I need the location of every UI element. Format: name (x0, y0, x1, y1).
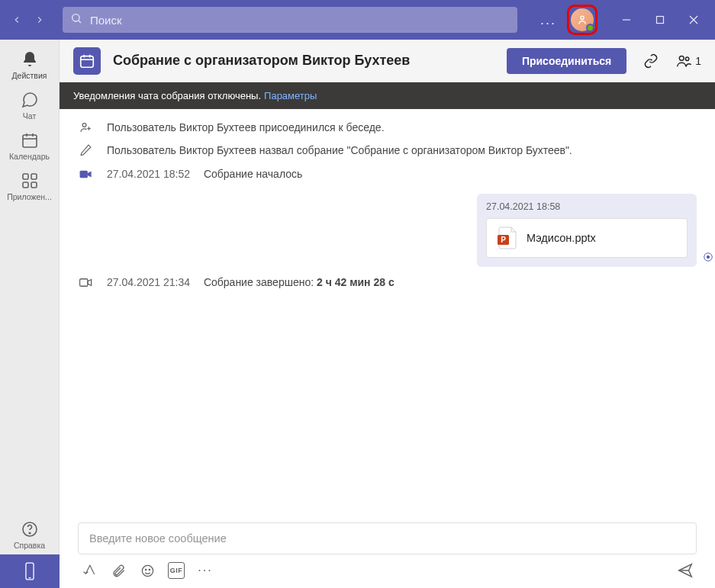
svg-point-32 (707, 255, 710, 259)
window-minimize-button[interactable] (610, 5, 643, 35)
sidebar-item-help[interactable]: Справка (0, 514, 60, 554)
sidebar-item-label: Чат (23, 111, 36, 120)
meeting-header: Собрание с организатором Виктор Бухтеев … (60, 40, 715, 82)
notification-text: Уведомления чата собрания отключены. (73, 90, 261, 101)
video-icon (78, 166, 93, 182)
powerpoint-icon: P (498, 227, 517, 249)
svg-point-25 (82, 124, 86, 127)
svg-rect-7 (23, 135, 37, 147)
message-input[interactable] (78, 522, 697, 554)
event-timestamp: 27.04.2021 21:34 (107, 276, 190, 288)
message-timestamp: 27.04.2021 18:58 (486, 201, 688, 212)
svg-rect-17 (25, 563, 33, 580)
compose-area: GIF ··· (60, 515, 715, 588)
compose-more-button[interactable]: ··· (197, 562, 214, 579)
system-event-meeting-start: 27.04.2021 18:52 Собрание началось (78, 166, 697, 182)
copy-link-button[interactable] (639, 49, 663, 73)
search-input[interactable] (63, 7, 517, 33)
sidebar-item-label: Календарь (9, 152, 50, 161)
chat-scroll-area[interactable]: Пользователь Виктор Бухтеев присоединилс… (60, 109, 715, 515)
window-maximize-button[interactable] (643, 5, 677, 35)
titlebar-more-button[interactable]: ... (536, 9, 561, 31)
sidebar-item-label: Действия (11, 71, 47, 80)
system-event-rename: Пользователь Виктор Бухтеев назвал собра… (78, 143, 697, 158)
svg-point-0 (72, 14, 79, 21)
event-duration: 2 ч 42 мин 28 с (317, 276, 395, 288)
sidebar-item-label: Справка (14, 541, 45, 550)
video-outline-icon (78, 275, 93, 290)
event-timestamp: 27.04.2021 18:52 (107, 168, 190, 180)
meeting-icon (73, 47, 101, 75)
file-attachment[interactable]: P Мэдисон.pptx (486, 218, 688, 258)
profile-avatar-highlighted[interactable] (567, 5, 597, 35)
sidebar-item-apps[interactable]: Приложен... (0, 165, 60, 206)
system-event-text: Пользователь Виктор Бухтеев присоединилс… (107, 120, 385, 135)
read-receipt-icon (703, 252, 713, 265)
emoji-button[interactable] (139, 562, 156, 579)
svg-rect-14 (31, 182, 37, 188)
event-prefix: Собрание завершено: (204, 276, 317, 288)
svg-rect-11 (23, 174, 28, 179)
svg-point-2 (581, 16, 584, 19)
sidebar-item-chat[interactable]: Чат (0, 85, 60, 125)
participant-count: 1 (695, 55, 701, 67)
meeting-title: Собрание с организатором Виктор Бухтеев (113, 53, 494, 69)
send-button[interactable] (677, 562, 694, 579)
svg-rect-13 (23, 182, 28, 188)
svg-line-1 (79, 21, 81, 23)
gif-button[interactable]: GIF (168, 562, 185, 579)
app-sidebar: Действия Чат Календарь Приложен... Справ… (0, 40, 60, 588)
svg-point-24 (686, 57, 689, 60)
format-button[interactable] (81, 562, 98, 579)
svg-rect-4 (657, 17, 664, 24)
presence-available-icon (586, 24, 594, 32)
svg-point-16 (29, 532, 31, 534)
window-close-button[interactable] (677, 5, 710, 35)
participants-button[interactable]: 1 (675, 53, 701, 69)
outgoing-message: 27.04.2021 18:58 P Мэдисон.pptx (78, 194, 697, 267)
sidebar-item-calendar[interactable]: Календарь (0, 125, 60, 165)
svg-point-35 (145, 569, 146, 570)
svg-rect-12 (31, 174, 37, 179)
search-icon (70, 12, 82, 27)
file-name: Мэдисон.pptx (527, 232, 596, 244)
system-event-join: Пользователь Виктор Бухтеев присоединилс… (78, 120, 697, 135)
event-text: Собрание началось (204, 168, 302, 180)
svg-rect-28 (79, 170, 87, 178)
nav-forward-button[interactable] (29, 9, 50, 31)
sidebar-item-label: Приложен... (7, 192, 52, 201)
svg-point-36 (149, 569, 150, 570)
system-event-text: Пользователь Виктор Бухтеев назвал собра… (107, 143, 572, 158)
svg-rect-19 (81, 56, 94, 67)
svg-text:P: P (501, 236, 506, 244)
notification-settings-link[interactable]: Параметры (264, 90, 317, 101)
svg-point-34 (142, 565, 153, 576)
sidebar-item-activity[interactable]: Действия (0, 44, 60, 85)
attach-button[interactable] (110, 562, 127, 579)
pencil-icon (78, 143, 93, 156)
join-button[interactable]: Присоединиться (507, 48, 626, 74)
svg-rect-33 (79, 279, 87, 287)
nav-back-button[interactable] (6, 9, 27, 31)
titlebar: ... (0, 0, 715, 40)
system-event-meeting-end: 27.04.2021 21:34 Собрание завершено: 2 ч… (78, 275, 697, 290)
person-add-icon (78, 120, 93, 134)
sidebar-phone-button[interactable] (0, 554, 60, 588)
notification-bar: Уведомления чата собрания отключены. Пар… (60, 82, 715, 109)
svg-point-23 (680, 56, 684, 60)
